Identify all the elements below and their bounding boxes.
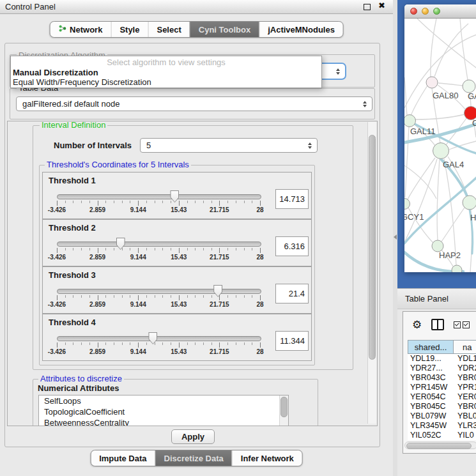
table-cell: YIL052C: [408, 431, 454, 440]
tab-network[interactable]: Network: [50, 22, 111, 37]
table-row[interactable]: YER054CYER0: [408, 392, 476, 402]
attributes-group: Attributes to discretize Numerical Attri…: [33, 379, 318, 426]
network-node-ga[interactable]: [463, 80, 475, 93]
table-rows: YDL19...YDL1YDR27...YDR2YBR043CYBR0YPR14…: [408, 354, 476, 440]
tab-cyni-toolbox[interactable]: Cyni Toolbox: [190, 22, 259, 37]
table-row[interactable]: YDR27...YDR2: [408, 364, 476, 373]
table-row[interactable]: YPR145WYPR1: [408, 383, 476, 392]
threshold-value-field[interactable]: 14.713: [275, 189, 309, 209]
close-icon[interactable]: ✖: [378, 1, 385, 10]
tab-style[interactable]: Style: [111, 22, 148, 37]
combo-arrows-icon: [336, 68, 340, 75]
table-row[interactable]: YLR345WYLR3: [408, 421, 476, 431]
scale-label: 9.144: [130, 254, 146, 261]
scale-label: 15.43: [171, 348, 187, 355]
bottom-tab-label: Discretize Data: [164, 454, 224, 463]
threshold-value-field[interactable]: 11.344: [275, 331, 309, 351]
apply-button[interactable]: Apply: [171, 429, 215, 444]
threshold-slider-track[interactable]: [57, 194, 261, 199]
table-row[interactable]: YBR043CYBR0: [408, 373, 476, 383]
attribute-item-betweennesscentrality[interactable]: BetweennessCentrality: [39, 417, 288, 426]
list-scrollbar[interactable]: [279, 395, 288, 426]
network-node-label: GAL11: [410, 127, 436, 136]
scale-label: -3.426: [48, 206, 66, 213]
tab-jactivemnodules[interactable]: jActiveMNodules: [259, 22, 343, 37]
control-panel-title: Control Panel: [5, 0, 56, 13]
network-node-gal80[interactable]: [426, 77, 438, 88]
thresholds-group: Threshold's Coordinates for 5 Intervals …: [39, 165, 315, 365]
table-cell: YDL1: [454, 354, 476, 364]
threshold-value-field[interactable]: 21.4: [275, 284, 309, 303]
network-canvas[interactable]: GAL80GACGAL11GAL4GCY1HHAP2: [404, 19, 476, 272]
tab-label: Style: [119, 25, 139, 35]
table-row[interactable]: YBR045CYBR0: [408, 402, 476, 411]
algorithm-option-manual-discretization[interactable]: Manual Discretization: [11, 68, 321, 77]
network-node-gcy1[interactable]: [404, 199, 410, 210]
slider-ticks: [57, 201, 260, 206]
threshold-slider-track[interactable]: [57, 242, 261, 247]
table-data-combobox[interactable]: galFiltered.sif default node: [16, 96, 372, 111]
table-data-value: galFiltered.sif default node: [22, 99, 119, 109]
table-cell: YBR0: [454, 402, 476, 411]
algorithm-placeholder: Select algorithm to view settings: [11, 57, 321, 68]
right-pane: GAL80GACGAL11GAL4GCY1HHAP2 Table Panel ⚙…: [397, 0, 476, 476]
numerical-attributes-list[interactable]: SelfLoopsTopologicalCoefficientBetweenne…: [38, 395, 289, 426]
minimize-traffic-light-icon[interactable]: [422, 8, 429, 15]
network-node-h[interactable]: [463, 196, 476, 210]
scale-label: 21.715: [210, 301, 229, 308]
threshold-slider-track[interactable]: [57, 336, 261, 341]
scale-label: 2.859: [89, 254, 105, 261]
number-of-intervals-label: Number of Intervals: [54, 141, 132, 150]
number-of-intervals-combobox[interactable]: 5: [140, 138, 318, 153]
scale-label: 28: [256, 301, 263, 308]
threshold-panel-4: Threshold 4-3.4262.8599.14415.4321.71528…: [42, 314, 312, 361]
threshold-panel-2: Threshold 2-3.4262.8599.14415.4321.71528…: [42, 219, 312, 266]
network-node[interactable]: [452, 265, 462, 272]
network-node-gal4[interactable]: [433, 143, 449, 159]
network-icon: [58, 24, 66, 35]
splitpane-collapse-arrow[interactable]: [394, 234, 397, 240]
cyni-bottom-tabbar: Impute DataDiscretize DataInfer Network: [90, 450, 303, 466]
close-traffic-light-icon[interactable]: [410, 8, 417, 15]
thresholds-group-title: Threshold's Coordinates for 5 Intervals: [45, 160, 191, 169]
bottom-tab-impute-data[interactable]: Impute Data: [91, 450, 155, 466]
table-row[interactable]: YIL052CYIL0: [408, 431, 476, 440]
gear-icon[interactable]: ⚙: [412, 319, 422, 330]
settings-scrollpane: Interval Definition Number of Intervals …: [7, 121, 378, 426]
attribute-item-topologicalcoefficient[interactable]: TopologicalCoefficient: [39, 406, 288, 417]
threshold-label: Threshold 1: [49, 176, 96, 185]
split-columns-icon[interactable]: [431, 319, 444, 330]
network-view-window: GAL80GACGAL11GAL4GCY1HHAP2: [404, 4, 476, 272]
table-row[interactable]: YDL19...YDL1: [408, 354, 476, 364]
table-cell: YDR27...: [408, 364, 454, 373]
settings-scrollbar-thumb[interactable]: [369, 135, 376, 360]
cyni-toolbox-panel: Discretization Algorithm Select algorith…: [4, 43, 380, 447]
float-window-icon[interactable]: [364, 4, 371, 10]
tab-select[interactable]: Select: [148, 22, 189, 37]
settings-scrollbar[interactable]: [367, 122, 376, 424]
scale-label: -3.426: [48, 301, 66, 308]
column-header-1[interactable]: shared...: [408, 340, 454, 354]
scale-label: 15.43: [171, 254, 187, 261]
network-node-gal11[interactable]: [404, 115, 416, 127]
threshold-value-field[interactable]: 6.316: [275, 236, 309, 256]
table-cell: YPR1: [454, 383, 476, 392]
table-row[interactable]: YBL079WYBL0: [408, 411, 476, 421]
threshold-slider-track[interactable]: [57, 289, 261, 294]
select-columns-icon[interactable]: [454, 321, 470, 328]
table-cell: YBR045C: [408, 402, 454, 411]
bottom-tab-infer-network[interactable]: Infer Network: [232, 450, 302, 466]
checkbox-icon: [463, 321, 470, 328]
scale-label: 2.859: [89, 206, 105, 213]
table-horizontal-scrollbar-thumb[interactable]: [406, 443, 472, 449]
list-scrollbar-thumb[interactable]: [280, 397, 288, 417]
table-horizontal-scrollbar[interactable]: [404, 441, 476, 449]
algorithm-option-equal-width-frequency[interactable]: Equal Width/Frequency Discretization: [11, 77, 321, 87]
table-panel-title: Table Panel: [405, 289, 449, 309]
network-node-label: GAL80: [433, 91, 458, 100]
column-header-2[interactable]: na: [454, 340, 476, 354]
attribute-item-selfloops[interactable]: SelfLoops: [39, 395, 288, 406]
zoom-traffic-light-icon[interactable]: [433, 8, 440, 15]
network-node-label: H: [470, 213, 476, 222]
bottom-tab-discretize-data[interactable]: Discretize Data: [155, 450, 232, 466]
